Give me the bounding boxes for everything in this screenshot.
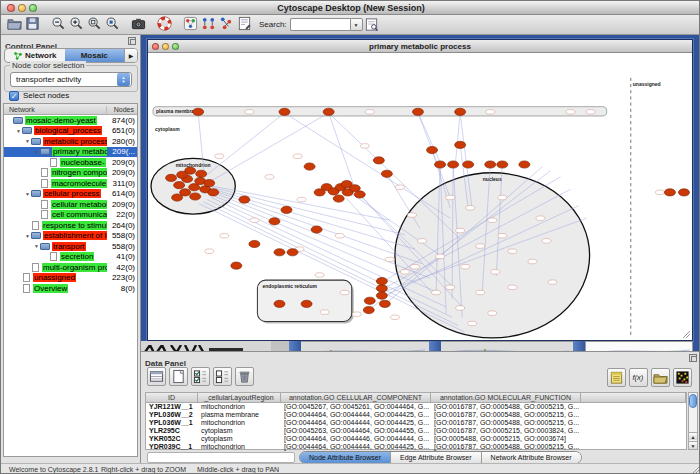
help-icon[interactable] — [155, 14, 173, 32]
tree-item-secretion[interactable]: secretion41(0) — [4, 252, 137, 263]
network-node-selected — [311, 226, 322, 233]
tree-item-multi-organism-pro[interactable]: multi-organism pro42(0) — [4, 262, 137, 273]
app-resize-grip-icon[interactable] — [691, 466, 700, 474]
network-node — [432, 290, 441, 295]
scroll-up-icon[interactable]: ▲ — [689, 432, 697, 440]
column-header[interactable]: _cellularLayoutRegion — [198, 393, 281, 403]
tree-item-label: establishment of lo — [43, 231, 107, 240]
column-header[interactable]: ID — [146, 393, 198, 403]
network-window-titlebar[interactable]: primary metabolic process — [148, 40, 692, 53]
formula-icon[interactable]: f(x) — [629, 368, 648, 387]
tab-network-attribute-browser[interactable]: Network Attribute Browser — [481, 452, 581, 463]
expander-icon[interactable]: ▼ — [33, 243, 40, 249]
delete-attribute-icon[interactable] — [235, 367, 254, 386]
search-settings-icon[interactable] — [363, 16, 381, 34]
float-data-panel-icon[interactable] — [689, 354, 697, 362]
tree-item-overview[interactable]: Overview8(0) — [4, 283, 137, 294]
import-table-icon[interactable] — [651, 368, 670, 387]
tree-item-cellular-process[interactable]: ▼cellular process614(0) — [4, 189, 137, 200]
tree-item-response-to-stimulu[interactable]: response to stimulu264(0) — [4, 220, 137, 231]
region-label: nucleus — [483, 176, 502, 182]
column-header[interactable]: annotation.GO MOLECULAR_FUNCTION — [431, 393, 581, 403]
annotation-icon[interactable] — [235, 14, 253, 32]
network-node-selected — [269, 218, 280, 225]
tree-item-establishment-of-lo[interactable]: ▼establishment of lo558(0) — [4, 231, 137, 242]
zoom-in-icon[interactable] — [67, 14, 85, 32]
tree-item-macromolecule[interactable]: macromolecule311(0) — [4, 178, 137, 189]
network-canvas[interactable]: plasma membranecytoplasmmitochondrionnuc… — [149, 53, 691, 339]
attribute-grid-icon[interactable] — [147, 367, 166, 386]
network-node-selected — [379, 300, 390, 307]
table-row[interactable]: YKR052Ccytoplasm[GO:0044464, GO:0044446,… — [146, 435, 686, 443]
expander-icon[interactable]: ▼ — [24, 191, 31, 197]
network-node — [491, 270, 500, 275]
table-row[interactable]: YLR295Ccytoplasm[GO:0045263, GO:0044464,… — [146, 427, 686, 435]
search-dropdown-arrow-icon[interactable]: ▼ — [350, 18, 363, 31]
table-row[interactable]: YPL036W__2plasma membrane[GO:0044464, GO… — [146, 411, 686, 419]
unselect-attributes-icon[interactable] — [213, 367, 232, 386]
background-window-edge — [573, 341, 585, 351]
tree-column-nodes[interactable]: Nodes — [107, 106, 137, 113]
tree-item-cellular-metabol[interactable]: cellular metabol209(0) — [4, 199, 137, 210]
expander-icon[interactable]: ▼ — [15, 128, 22, 134]
expander-icon[interactable]: ▼ — [24, 138, 31, 144]
net-zoom-button[interactable] — [172, 43, 179, 50]
zoom-selected-icon[interactable] — [103, 14, 121, 32]
float-panel-icon[interactable] — [128, 37, 136, 45]
network-node-selected — [373, 157, 384, 164]
minimize-button[interactable] — [18, 4, 26, 12]
tab-edge-attribute-browser[interactable]: Edge Attribute Browser — [390, 452, 481, 463]
table-row[interactable]: YPL036W__1mitochondrion[GO:0044464, GO:0… — [146, 419, 686, 427]
tab-node-attribute-browser[interactable]: Node Attribute Browser — [300, 452, 390, 463]
network-node-selected — [323, 108, 334, 115]
matrix-icon[interactable] — [673, 368, 692, 387]
table-cell: YKR052C — [146, 435, 198, 443]
window-resize-grip-icon[interactable] — [682, 330, 691, 339]
tree-item-metabolic-process[interactable]: ▼metabolic process280(0) — [4, 136, 137, 147]
table-row[interactable]: YJR121W__1mitochondrion[GO:0045267, GO:0… — [146, 403, 686, 411]
net-minimize-button[interactable] — [162, 43, 169, 50]
tree-item-biological-process[interactable]: ▼biological_process651(0) — [4, 126, 137, 137]
table-scrollbar[interactable]: ▲ ▼ — [688, 392, 698, 450]
expander-icon[interactable]: ▼ — [24, 233, 31, 239]
column-header[interactable]: annotation.GO CELLULAR_COMPONENT — [281, 393, 431, 403]
close-button[interactable] — [7, 4, 15, 12]
table-row[interactable]: YDR039C__1mitochondrion[GO:0044464, GO:0… — [146, 443, 686, 451]
tabs-overflow-arrow-icon[interactable]: ▶ — [124, 49, 137, 62]
tree-item-unassigned[interactable]: unassigned223(0) — [4, 273, 137, 284]
network-node — [205, 249, 214, 254]
search-input[interactable] — [290, 18, 350, 31]
node-color-dropdown[interactable]: transporter activity ▲▼ — [10, 72, 132, 87]
tree-item-nitrogen-compo[interactable]: nitrogen compo209(0) — [4, 168, 137, 179]
open-file-icon[interactable] — [5, 14, 23, 32]
select-nodes-checkbox[interactable]: ✓ — [9, 91, 19, 101]
zoom-fit-icon[interactable] — [85, 14, 103, 32]
vizmapper-icon[interactable] — [181, 14, 199, 32]
save-session-icon[interactable] — [23, 14, 41, 32]
scrollbar-thumb[interactable] — [689, 394, 697, 408]
snapshot-icon[interactable] — [129, 14, 147, 32]
tree-item-mosaic-demo-yeast[interactable]: mosaic-demo-yeast874(0) — [4, 115, 137, 126]
new-attribute-icon[interactable] — [169, 367, 188, 386]
scroll-down-icon[interactable]: ▼ — [689, 441, 697, 449]
page-icon — [32, 263, 39, 272]
tree-item-transport[interactable]: ▼transport558(0) — [4, 241, 137, 252]
tree-item-nucleobase-[interactable]: nucleobase-209(0) — [4, 157, 137, 168]
net-close-button[interactable] — [152, 43, 159, 50]
background-window-edge — [429, 341, 441, 351]
network-node-selected — [412, 108, 423, 115]
layout-nodes-icon[interactable] — [199, 14, 217, 32]
network-node-selected — [341, 180, 352, 187]
layout-edges-icon[interactable] — [217, 14, 235, 32]
network-node — [548, 280, 557, 285]
notepad-icon[interactable] — [607, 368, 626, 387]
expander-icon[interactable]: ▼ — [33, 149, 40, 155]
tree-column-network[interactable]: Network — [4, 106, 107, 113]
tree-item-primary-metabol[interactable]: ▼primary metabol209(... — [4, 147, 137, 158]
select-attributes-icon[interactable] — [191, 367, 210, 386]
zoom-window-button[interactable] — [29, 4, 37, 12]
zoom-out-icon[interactable] — [49, 14, 67, 32]
table-corner-box — [147, 452, 295, 463]
tree-item-cell-communicat[interactable]: cell communicat22(0) — [4, 210, 137, 221]
network-node-selected — [463, 161, 474, 168]
